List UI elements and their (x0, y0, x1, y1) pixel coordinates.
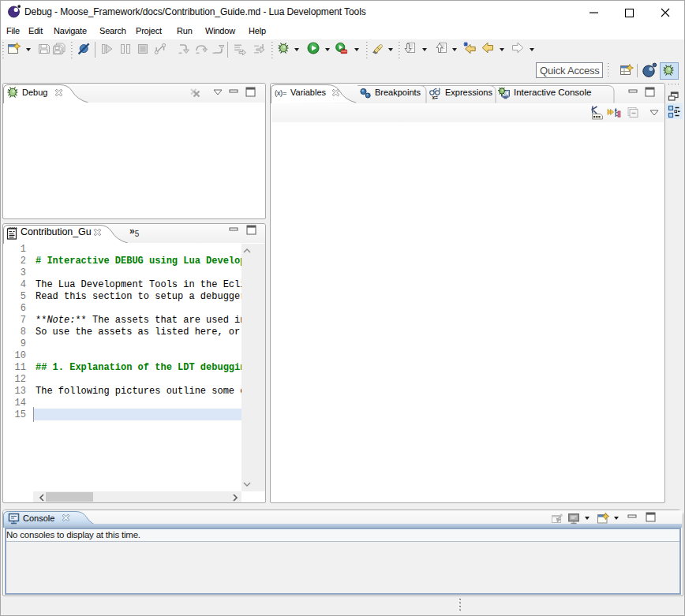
svg-text:x=: x= (432, 95, 439, 100)
